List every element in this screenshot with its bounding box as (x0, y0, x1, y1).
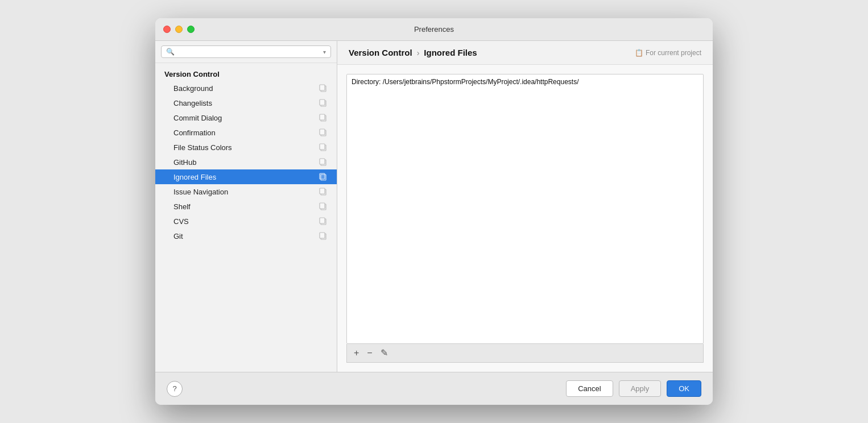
ignored-files-list[interactable]: Directory: /Users/jetbrains/PhpstormProj… (346, 74, 704, 344)
ignored-file-entry[interactable]: Directory: /Users/jetbrains/PhpstormProj… (347, 77, 703, 87)
copy-icon-ignored-files (319, 172, 328, 181)
search-wrapper[interactable]: 🔍 ▾ (161, 45, 331, 58)
sidebar-item-label-git: Git (173, 232, 319, 240)
copy-icon-background (319, 84, 328, 93)
svg-rect-11 (320, 159, 325, 164)
minimize-button[interactable] (175, 26, 183, 33)
sidebar-item-label-background: Background (173, 84, 319, 93)
breadcrumb-project-label: For current project (646, 49, 701, 57)
sidebar-item-shelf[interactable]: Shelf (155, 199, 337, 214)
sidebar-item-github[interactable]: GitHub (155, 155, 337, 169)
sidebar-item-label-ignored-files: Ignored Files (173, 173, 319, 181)
apply-button[interactable]: Apply (619, 380, 662, 397)
breadcrumb-current: Ignored Files (424, 48, 477, 57)
window-title: Preferences (414, 25, 454, 34)
copy-icon-file-status-colors (319, 143, 328, 152)
sidebar: 🔍 ▾ Version Control Background Changelis… (155, 41, 337, 372)
copy-icon-cvs (319, 217, 328, 226)
sidebar-item-issue-navigation[interactable]: Issue Navigation (155, 184, 337, 199)
sidebar-item-file-status-colors[interactable]: File Status Colors (155, 140, 337, 155)
sidebar-item-background[interactable]: Background (155, 81, 337, 96)
cancel-button[interactable]: Cancel (566, 380, 613, 397)
sidebar-item-label-shelf: Shelf (173, 202, 319, 211)
svg-rect-15 (320, 188, 325, 194)
breadcrumb-section: Version Control (349, 48, 412, 57)
svg-rect-7 (320, 129, 325, 135)
svg-rect-9 (320, 144, 325, 150)
files-toolbar: + − ✎ (346, 344, 704, 363)
sidebar-list: Version Control Background Changelists (155, 63, 337, 372)
help-button[interactable]: ? (167, 381, 183, 397)
right-header: Version Control › Ignored Files 📋 For cu… (337, 41, 713, 65)
sidebar-item-label-cvs: CVS (173, 217, 319, 226)
ok-button[interactable]: OK (667, 380, 701, 397)
sidebar-item-label-github: GitHub (173, 158, 319, 167)
svg-rect-5 (320, 114, 325, 120)
close-button[interactable] (163, 26, 171, 33)
sidebar-item-changelists[interactable]: Changelists (155, 96, 337, 110)
sidebar-item-ignored-files[interactable]: Ignored Files (155, 169, 337, 184)
search-input[interactable] (178, 48, 320, 56)
sidebar-item-label-changelists: Changelists (173, 99, 319, 107)
sidebar-item-git[interactable]: Git (155, 229, 337, 243)
copy-icon-git (319, 231, 328, 240)
svg-rect-13 (320, 173, 325, 179)
copy-icon-shelf (319, 202, 328, 211)
svg-rect-1 (320, 85, 325, 90)
right-panel: Version Control › Ignored Files 📋 For cu… (337, 41, 713, 372)
breadcrumb-arrow: › (417, 48, 420, 57)
edit-entry-button[interactable]: ✎ (378, 347, 390, 359)
svg-rect-3 (320, 99, 325, 105)
window-controls (163, 26, 195, 33)
sidebar-item-label-issue-navigation: Issue Navigation (173, 188, 319, 196)
sidebar-item-commit-dialog[interactable]: Commit Dialog (155, 110, 337, 125)
copy-icon-issue-navigation (319, 187, 328, 196)
sidebar-item-label-commit-dialog: Commit Dialog (173, 114, 319, 122)
search-bar: 🔍 ▾ (155, 41, 337, 63)
copy-icon-github (319, 157, 328, 167)
sidebar-item-confirmation[interactable]: Confirmation (155, 125, 337, 140)
add-entry-button[interactable]: + (352, 347, 361, 359)
remove-entry-button[interactable]: − (365, 347, 374, 359)
project-icon: 📋 (635, 49, 643, 57)
breadcrumb-project: 📋 For current project (635, 49, 701, 57)
copy-icon-changelists (319, 98, 328, 107)
main-content: 🔍 ▾ Version Control Background Changelis… (155, 41, 713, 372)
title-bar: Preferences (155, 18, 713, 41)
svg-rect-21 (320, 233, 325, 238)
search-dropdown-icon[interactable]: ▾ (323, 49, 326, 55)
sidebar-section-header: Version Control (155, 68, 337, 81)
preferences-window: Preferences 🔍 ▾ Version Control Backgrou… (155, 18, 713, 405)
sidebar-item-label-confirmation: Confirmation (173, 128, 319, 137)
svg-rect-19 (320, 218, 325, 223)
copy-icon-confirmation (319, 128, 328, 137)
maximize-button[interactable] (187, 26, 195, 33)
sidebar-item-cvs[interactable]: CVS (155, 214, 337, 229)
copy-icon-commit-dialog (319, 113, 328, 122)
footer: ? Cancel Apply OK (155, 372, 713, 405)
content-area: Directory: /Users/jetbrains/PhpstormProj… (337, 65, 713, 372)
sidebar-item-label-file-status-colors: File Status Colors (173, 143, 319, 152)
search-icon: 🔍 (166, 48, 175, 56)
svg-rect-17 (320, 203, 325, 209)
